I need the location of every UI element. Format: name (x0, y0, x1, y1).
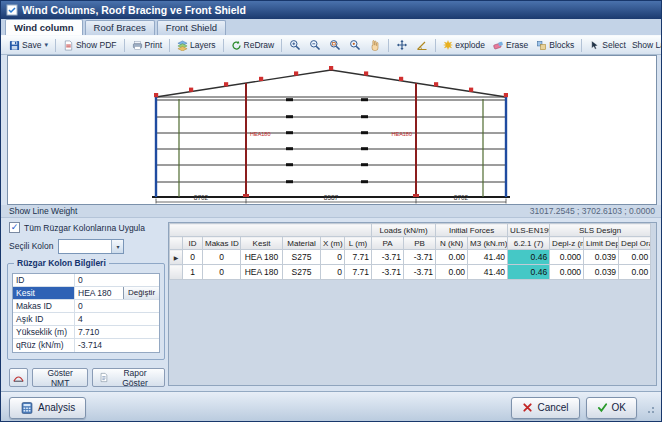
pdf-icon (63, 40, 74, 51)
zoom-out-icon (309, 39, 321, 51)
cell[interactable]: 1 (183, 265, 203, 280)
ok-button[interactable]: OK (586, 397, 637, 419)
col-limit-depl[interactable]: Limit Depl... (584, 237, 619, 250)
cell[interactable]: -3.71 (372, 265, 404, 280)
col-kesit[interactable]: Kesit (241, 237, 283, 250)
uls-ratio-cell[interactable]: 0.46 (508, 265, 550, 280)
change-section-button[interactable]: Değiştir (123, 287, 159, 299)
cell[interactable]: HEA 180 (241, 265, 283, 280)
col-id[interactable]: ID (183, 237, 203, 250)
drawing-canvas[interactable]: HEA180 HEA180 8702 8587 8702 (7, 55, 657, 205)
show-line-weight-toggle[interactable]: Show Line Weight (9, 206, 77, 216)
cell[interactable]: 0.039 (584, 250, 619, 265)
redraw-button[interactable]: ReDraw (227, 37, 279, 53)
cell[interactable]: 0.00 (619, 265, 651, 280)
cell[interactable]: 41.40 (468, 250, 508, 265)
cell[interactable]: 7.71 (345, 250, 372, 265)
current-row-marker[interactable]: ▶ (170, 250, 183, 265)
zoom-extents-button[interactable] (345, 37, 365, 53)
property-row-makas-id[interactable]: Makas ID 0 (13, 300, 159, 313)
footer-bar: Analysis Cancel OK (1, 391, 662, 422)
pan-button[interactable] (365, 37, 385, 53)
cell[interactable]: 41.40 (468, 265, 508, 280)
analysis-button[interactable]: Analysis (9, 397, 86, 419)
property-row-qruz[interactable]: qRüz (kN/m) -3.714 (13, 339, 159, 352)
angle-button[interactable] (412, 37, 432, 53)
show-pdf-button[interactable]: Show PDF (59, 37, 121, 53)
property-row-kesit[interactable]: Kesit HEA 180 Değiştir (13, 287, 159, 300)
col-pb[interactable]: PB (404, 237, 436, 250)
zoom-in-button[interactable] (285, 37, 305, 53)
angle-icon (416, 39, 428, 51)
col-pa[interactable]: PA (372, 237, 404, 250)
cell[interactable]: 0 (203, 265, 241, 280)
selected-column-label: Seçili Kolon (9, 241, 53, 251)
print-button[interactable]: Print (128, 37, 166, 53)
show-nmt-button[interactable]: Göster NMT (32, 368, 88, 387)
explode-button[interactable]: explode (439, 37, 489, 53)
uls-ratio-cell[interactable]: 0.46 (508, 250, 550, 265)
property-row-id[interactable]: ID 0 (13, 274, 159, 287)
cell[interactable]: 0 (321, 265, 345, 280)
ok-label: OK (612, 402, 626, 413)
toolbar-separator (281, 39, 282, 52)
cell[interactable]: 0.00 (436, 250, 468, 265)
moment-diagram-button[interactable] (9, 368, 28, 387)
cell[interactable]: 0.000 (550, 265, 584, 280)
roof-chord (156, 70, 506, 97)
select-button[interactable]: Select (585, 37, 630, 53)
column-header-row: ID Makas ID Kesit Material X (m) L (m) P… (170, 237, 651, 250)
group-uls: ULS-EN1993-1... (508, 224, 550, 237)
cancel-button[interactable]: Cancel (511, 397, 579, 419)
col-n[interactable]: N (kN) (436, 237, 468, 250)
show-report-button[interactable]: Rapor Göster (92, 368, 165, 387)
cell[interactable]: 0 (183, 250, 203, 265)
cell[interactable]: 7.71 (345, 265, 372, 280)
erase-button[interactable]: Erase (489, 37, 532, 53)
cell[interactable]: 0 (321, 250, 345, 265)
col-621-7[interactable]: 6.2.1 (7) (508, 237, 550, 250)
cell[interactable]: -3.71 (404, 265, 436, 280)
apply-all-checkbox[interactable]: ✓ (9, 222, 20, 233)
cell[interactable]: -3.71 (372, 250, 404, 265)
toolbar-right-group: Show Layer List Backcolor White ▾ (630, 38, 662, 53)
table-row[interactable]: ▶ 0 0 HEA 180 S275 0 7.71 -3.71 -3.71 0.… (170, 250, 651, 265)
col-m3[interactable]: M3 (kN.m) (468, 237, 508, 250)
tab-front-shield[interactable]: Front Shield (157, 20, 226, 35)
save-button[interactable]: Save ▾ (5, 37, 52, 53)
app-window: Wind Columns, Roof Bracing ve Front Shie… (0, 0, 662, 422)
property-row-yukseklik[interactable]: Yükseklik (m) 7.710 (13, 326, 159, 339)
blocks-button[interactable]: Blocks (532, 37, 578, 53)
col-l[interactable]: L (m) (345, 237, 372, 250)
cell[interactable]: 0.039 (584, 265, 619, 280)
cell[interactable]: S275 (283, 250, 321, 265)
property-row-asik-id[interactable]: Aşık ID 4 (13, 313, 159, 326)
col-material[interactable]: Material (283, 237, 321, 250)
show-layer-list-button[interactable]: Show Layer List (630, 40, 662, 50)
move-button[interactable] (392, 37, 412, 53)
cell[interactable]: S275 (283, 265, 321, 280)
selected-column-select[interactable]: ▾ (58, 239, 124, 254)
row-selector[interactable] (170, 265, 183, 280)
zoom-out-button[interactable] (305, 37, 325, 53)
cell[interactable]: -3.71 (404, 250, 436, 265)
table-row[interactable]: 1 0 HEA 180 S275 0 7.71 -3.71 -3.71 0.00… (170, 265, 651, 280)
cell[interactable]: 0.00 (436, 265, 468, 280)
tab-roof-braces[interactable]: Roof Braces (85, 20, 155, 35)
layers-icon (177, 40, 188, 51)
col-makas-id[interactable]: Makas ID (203, 237, 241, 250)
dimension-text: 8702 (454, 194, 469, 201)
zoom-window-button[interactable] (325, 37, 345, 53)
cell[interactable]: 0 (203, 250, 241, 265)
group-blank (170, 224, 372, 237)
property-grid: ID 0 Kesit HEA 180 Değiştir Makas ID 0 A… (12, 273, 160, 353)
resize-grip[interactable] (643, 402, 655, 414)
col-depl-z[interactable]: Depl-z (m) (550, 237, 584, 250)
col-x[interactable]: X (m) (321, 237, 345, 250)
tab-wind-column[interactable]: Wind column (5, 19, 83, 35)
layers-button[interactable]: Layers (173, 37, 220, 53)
cell[interactable]: 0.000 (550, 250, 584, 265)
cell[interactable]: 0.00 (619, 250, 651, 265)
col-depl-oran[interactable]: Depl Oran (619, 237, 651, 250)
cell[interactable]: HEA 180 (241, 250, 283, 265)
